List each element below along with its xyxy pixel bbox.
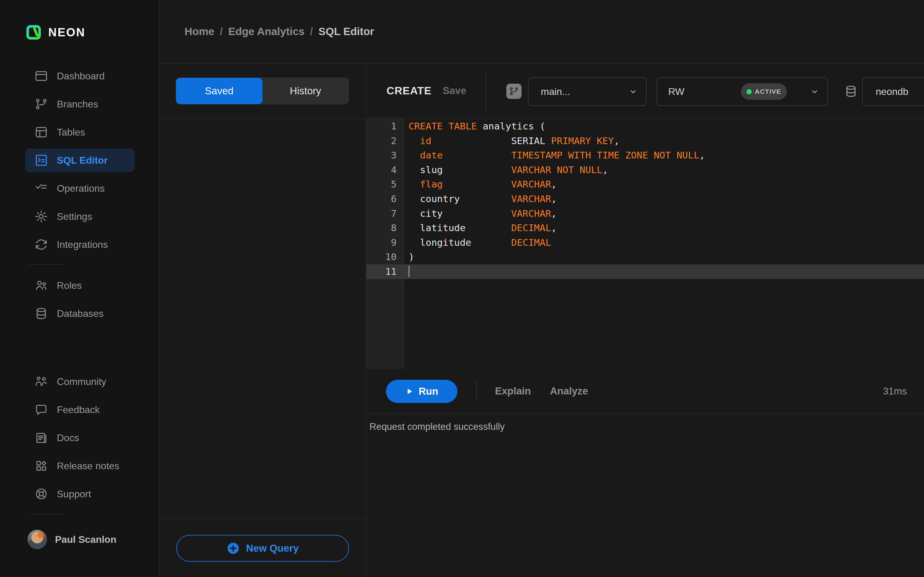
line-number: 4 [367, 163, 405, 177]
tables-icon [34, 125, 48, 139]
sidebar-item-label: Databases [57, 308, 103, 319]
sidebar-item-roles[interactable]: Roles [25, 274, 134, 297]
code-line-content: date TIMESTAMP WITH TIME ZONE NOT NULL, [405, 148, 705, 163]
sql-editor-pane: CREATE Save main... RW ACTIVE [366, 63, 924, 577]
query-panel-footer: New Query [160, 518, 366, 577]
line-number: 7 [367, 206, 405, 221]
compute-selector[interactable]: RW ACTIVE [657, 77, 828, 106]
analyze-button[interactable]: Analyze [550, 385, 588, 397]
release-notes-icon [34, 459, 48, 473]
save-button[interactable]: Save [443, 85, 466, 97]
play-icon [405, 387, 414, 396]
dashboard-icon [34, 69, 48, 83]
sidebar-item-label: Roles [57, 280, 82, 291]
chevron-down-icon [628, 87, 638, 97]
code-line-content: flag VARCHAR, [405, 177, 557, 192]
sidebar-item-label: Operations [57, 183, 105, 194]
settings-icon [34, 210, 48, 224]
code-line-content: CREATE TABLE analytics ( [405, 119, 545, 134]
sidebar-divider [29, 514, 63, 515]
chevron-down-icon [810, 87, 819, 97]
branch-icon-chip[interactable] [506, 84, 522, 99]
code-line: 8 latitude DECIMAL, [367, 221, 924, 235]
database-selector[interactable]: neondb [862, 77, 924, 106]
run-bar: Run Explain Analyze 31ms [367, 369, 924, 414]
sidebar-item-integrations[interactable]: Integrations [25, 233, 134, 256]
breadcrumb-item-home[interactable]: Home [184, 25, 214, 37]
sidebar-item-sql-editor[interactable]: SQL Editor [25, 148, 134, 172]
line-number: 11 [367, 264, 405, 279]
sidebar-nav-primary: DashboardBranchesTablesSQL EditorOperati… [25, 64, 134, 261]
neon-console: NEON DashboardBranchesTablesSQL EditorOp… [0, 0, 924, 577]
sidebar-item-label: Tables [57, 127, 85, 138]
sidebar-item-operations[interactable]: Operations [25, 176, 134, 200]
sidebar-item-release-notes[interactable]: Release notes [25, 454, 134, 478]
code-line: 11 [367, 264, 924, 279]
sql-code-editor[interactable]: 1CREATE TABLE analytics (2 id SERIAL PRI… [367, 118, 924, 369]
code-line: 3 date TIMESTAMP WITH TIME ZONE NOT NULL… [367, 148, 924, 163]
breadcrumb-item-sql-editor: SQL Editor [318, 25, 374, 37]
user-name: Paul Scanlon [55, 534, 116, 545]
sql-editor-icon [34, 153, 48, 167]
sidebar-item-label: Support [57, 488, 91, 500]
branches-icon [34, 97, 48, 111]
sidebar-item-docs[interactable]: Docs [25, 426, 134, 450]
results-pane: Request completed successfully [367, 414, 924, 577]
sidebar-item-label: Feedback [57, 404, 100, 416]
support-icon [34, 487, 48, 501]
sidebar-item-label: Dashboard [57, 71, 105, 82]
line-number: 5 [367, 177, 405, 192]
editor-toolbar: CREATE Save main... RW ACTIVE [367, 63, 924, 118]
sidebar: NEON DashboardBranchesTablesSQL EditorOp… [0, 0, 160, 577]
sidebar-item-label: Settings [57, 211, 92, 222]
integrations-icon [34, 237, 48, 251]
brand-logo[interactable]: NEON [26, 24, 86, 41]
line-number: 3 [367, 148, 405, 163]
tab-saved[interactable]: Saved [176, 78, 262, 104]
sidebar-item-support[interactable]: Support [25, 482, 134, 506]
line-number: 2 [367, 134, 405, 148]
sidebar-item-settings[interactable]: Settings [25, 205, 134, 228]
explain-button[interactable]: Explain [495, 385, 531, 397]
sidebar-item-label: Community [57, 376, 106, 387]
sidebar-item-databases[interactable]: Databases [25, 301, 134, 326]
sidebar-item-label: Docs [57, 432, 79, 443]
new-query-label: New Query [246, 543, 299, 554]
community-icon [34, 375, 48, 388]
databases-icon [34, 306, 48, 321]
run-button[interactable]: Run [386, 380, 457, 403]
breadcrumb-separator: / [310, 25, 313, 37]
code-line-content: slug VARCHAR NOT NULL, [405, 163, 608, 177]
sidebar-divider [29, 264, 63, 265]
docs-icon [34, 431, 48, 445]
toolbar-divider [486, 71, 486, 112]
code-line: 9 longitude DECIMAL [367, 235, 924, 250]
breadcrumb-separator: / [220, 25, 223, 37]
sidebar-item-label: Branches [57, 98, 98, 110]
branch-selector-value: main... [541, 86, 570, 97]
code-lines: 1CREATE TABLE analytics (2 id SERIAL PRI… [367, 119, 924, 279]
code-line-content [405, 264, 409, 279]
code-line-content: longitude DECIMAL [405, 235, 551, 250]
new-query-button[interactable]: New Query [176, 535, 349, 562]
active-dot-icon [746, 89, 752, 94]
avatar [27, 530, 47, 549]
query-list-panel: SavedHistory New Query [160, 63, 366, 577]
breadcrumb: Home/Edge Analytics/SQL Editor [184, 25, 374, 37]
sidebar-item-tables[interactable]: Tables [25, 120, 134, 144]
breadcrumb-item-edge-analytics[interactable]: Edge Analytics [228, 25, 305, 37]
run-button-label: Run [418, 385, 438, 397]
sidebar-item-feedback[interactable]: Feedback [25, 398, 134, 422]
database-selector-value: neondb [876, 86, 908, 97]
saved-query-list [160, 118, 366, 518]
sidebar-item-label: Integrations [57, 239, 108, 250]
tab-history[interactable]: History [262, 78, 349, 104]
code-line-content: country VARCHAR, [405, 192, 557, 206]
compute-selector-value: RW [668, 86, 685, 97]
sidebar-item-branches[interactable]: Branches [25, 92, 134, 116]
sidebar-item-dashboard[interactable]: Dashboard [25, 64, 134, 88]
sidebar-item-community[interactable]: Community [25, 370, 134, 393]
code-line: 7 city VARCHAR, [367, 206, 924, 221]
branch-selector[interactable]: main... [528, 77, 646, 106]
user-menu[interactable]: Paul Scanlon [27, 530, 116, 549]
